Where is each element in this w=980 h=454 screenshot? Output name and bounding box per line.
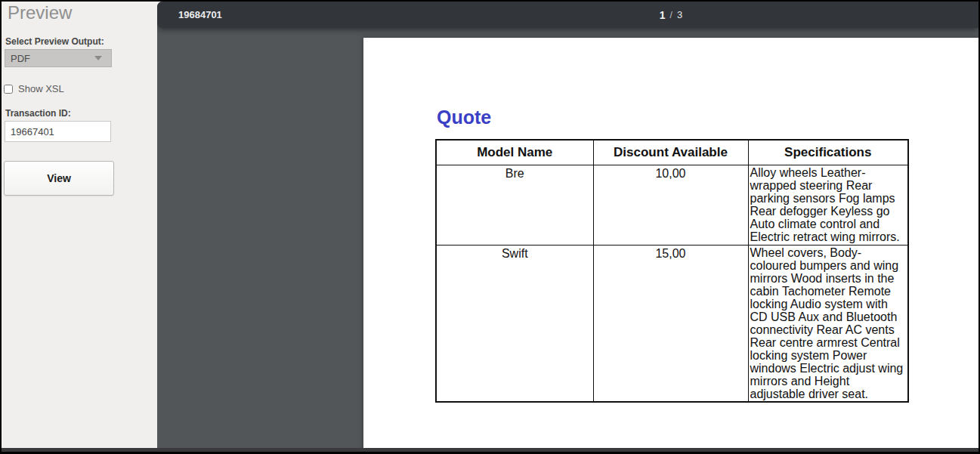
sidebar-title: Preview bbox=[8, 2, 72, 23]
model-cell: Swift bbox=[436, 245, 593, 402]
preview-sidebar: Preview Select Preview Output: PDF Show … bbox=[2, 2, 157, 452]
app-window: Preview Select Preview Output: PDF Show … bbox=[0, 0, 980, 454]
transaction-id-label: Transaction ID: bbox=[5, 108, 71, 119]
show-xsl-row: Show XSL bbox=[4, 83, 64, 94]
show-xsl-checkbox[interactable] bbox=[4, 85, 13, 94]
chevron-down-icon bbox=[94, 56, 102, 60]
column-header-discount: Discount Available bbox=[593, 140, 748, 165]
table-row: Swift 15,00 Wheel covers, Body-coloured … bbox=[436, 245, 908, 402]
column-header-specifications: Specifications bbox=[748, 140, 908, 165]
discount-cell: 10,00 bbox=[593, 165, 748, 245]
view-button[interactable]: View bbox=[4, 161, 114, 196]
column-header-model: Model Name bbox=[436, 140, 593, 165]
page-separator: / bbox=[670, 10, 672, 20]
specs-cell: Wheel covers, Body-coloured bumpers and … bbox=[748, 245, 908, 402]
viewer-toolbar: 19684701 1 / 3 bbox=[157, 2, 978, 28]
page-indicator: 1 / 3 bbox=[641, 2, 701, 28]
pdf-page: Quote Model Name Discount Available Spec… bbox=[363, 38, 978, 451]
pdf-scroll-area[interactable]: Quote Model Name Discount Available Spec… bbox=[157, 2, 978, 452]
transaction-id-input[interactable] bbox=[5, 121, 111, 142]
specs-cell: Alloy wheels Leather-wrapped steering Re… bbox=[748, 165, 908, 245]
table-row: Bre 10,00 Alloy wheels Leather-wrapped s… bbox=[436, 165, 908, 245]
document-title: 19684701 bbox=[178, 2, 222, 28]
pdf-viewer-pane: Quote Model Name Discount Available Spec… bbox=[157, 2, 978, 452]
discount-cell: 15,00 bbox=[593, 245, 748, 402]
model-cell: Bre bbox=[436, 165, 593, 245]
table-header-row: Model Name Discount Available Specificat… bbox=[436, 140, 908, 165]
show-xsl-label: Show XSL bbox=[18, 83, 64, 94]
page-total: 3 bbox=[677, 9, 682, 20]
output-format-label: Select Preview Output: bbox=[5, 36, 104, 47]
output-format-value: PDF bbox=[5, 53, 94, 64]
quote-table: Model Name Discount Available Specificat… bbox=[435, 139, 909, 403]
quote-heading: Quote bbox=[437, 107, 978, 128]
page-current[interactable]: 1 bbox=[660, 9, 666, 21]
taskbar-edge bbox=[2, 448, 978, 452]
output-format-dropdown[interactable]: PDF bbox=[5, 49, 112, 67]
